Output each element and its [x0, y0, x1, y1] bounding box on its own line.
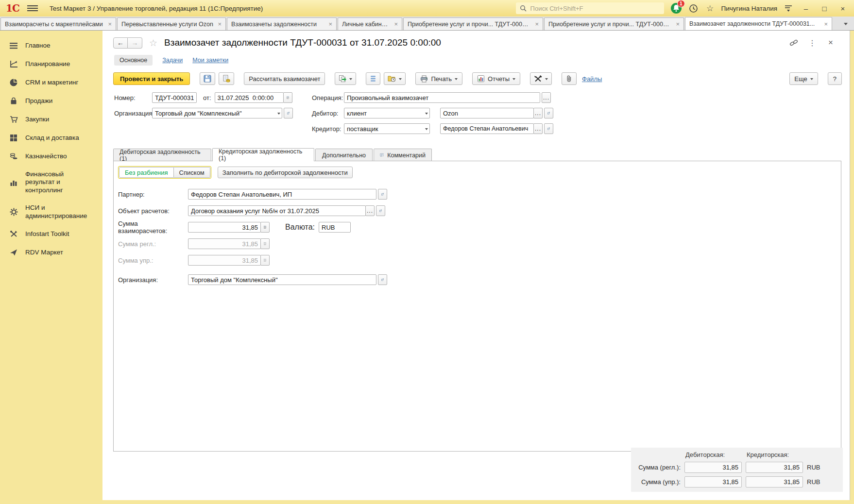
subnav-tasks[interactable]: Задачи [162, 57, 183, 64]
service-tools-button[interactable] [530, 72, 552, 85]
attachments-button[interactable] [562, 72, 577, 85]
tab-close-icon[interactable]: × [535, 20, 539, 28]
partner-field[interactable] [188, 189, 376, 200]
settlement-object-field[interactable] [188, 205, 366, 216]
window-tab-purchase-000003[interactable]: Приобретение услуг и прочи... ТДУТ-00000… [403, 17, 543, 30]
forward-button[interactable]: → [128, 37, 142, 49]
amount-field[interactable] [188, 222, 261, 233]
organization-field[interactable] [152, 108, 282, 118]
close-document-icon[interactable]: × [825, 37, 836, 48]
favorites-button[interactable]: ☆ [705, 3, 716, 14]
help-button[interactable]: ? [828, 72, 842, 85]
register-records-button[interactable] [384, 72, 406, 85]
panel-organization-field[interactable] [188, 274, 376, 285]
as-list-button[interactable]: Списком [174, 167, 210, 178]
creditor-field[interactable] [440, 123, 534, 134]
amount-reg-field[interactable] [188, 238, 261, 249]
tab-close-icon[interactable]: × [676, 20, 680, 28]
tab-additional[interactable]: Дополнительно [315, 149, 373, 161]
sidebar-item-rdv-market[interactable]: RDV Маркет [0, 243, 102, 262]
more-menu-icon[interactable]: ⋮ [807, 37, 818, 48]
subnav-main[interactable]: Основное [114, 55, 153, 66]
tab-close-icon[interactable]: × [328, 20, 332, 28]
minimize-button[interactable]: – [800, 4, 812, 13]
debtor-select-button[interactable]: ... [533, 108, 543, 118]
search-input[interactable] [529, 4, 660, 13]
maximize-button[interactable]: □ [818, 4, 831, 13]
notifications-button[interactable]: 1 [670, 2, 683, 15]
tab-payable[interactable]: Кредиторская задолженность (1) [212, 148, 314, 161]
creditor-type-field[interactable] [344, 123, 430, 134]
calendar-button[interactable] [283, 92, 292, 103]
sidebar-item-sales[interactable]: Продажи [0, 92, 102, 110]
calculate-offset-button[interactable]: Рассчитать взаимозачет [244, 72, 325, 85]
debtor-open-button[interactable] [544, 108, 553, 118]
history-button[interactable] [688, 3, 699, 14]
tab-close-icon[interactable]: × [218, 20, 222, 28]
settlement-object-open-button[interactable] [376, 205, 385, 216]
sidebar-item-treasury[interactable]: Казначейство [0, 147, 102, 166]
tab-close-icon[interactable]: × [108, 20, 112, 28]
creditor-open-button[interactable] [544, 123, 553, 134]
amount-calculator-button[interactable] [260, 222, 270, 233]
organization-open-button[interactable] [284, 108, 293, 118]
debtor-type-field[interactable] [344, 108, 430, 118]
debtor-field[interactable] [440, 108, 534, 118]
operation-field[interactable] [344, 92, 540, 103]
tab-close-icon[interactable]: × [394, 20, 398, 28]
sidebar-item-nsi-admin[interactable]: НСИ и администрирование [0, 199, 102, 225]
tab-comment[interactable]: Комментарий [374, 149, 432, 161]
sidebar-item-label: RDV Маркет [25, 249, 63, 256]
print-button[interactable]: Печать [415, 72, 462, 85]
sidebar-item-crm[interactable]: CRM и маркетинг [0, 73, 102, 92]
tab-label: Личные кабинеты [342, 21, 391, 28]
get-link-icon[interactable] [788, 37, 799, 48]
close-button[interactable]: × [837, 4, 849, 13]
operation-select-button[interactable]: ... [542, 92, 551, 103]
number-field[interactable] [152, 92, 197, 103]
reports-button[interactable]: Отчеты [472, 72, 520, 85]
panel-organization-open-button[interactable] [378, 274, 387, 285]
window-tab-purchase-000031[interactable]: Приобретение услуг и прочи... ТДУТ-00003… [544, 17, 684, 30]
post-button[interactable] [219, 72, 234, 85]
date-field[interactable] [215, 92, 284, 103]
window-tab-marketplaces[interactable]: Взаиморасчеты с маркетплейсами× [0, 17, 116, 30]
window-tab-cabinets[interactable]: Личные кабинеты× [338, 17, 402, 30]
window-tab-offsets-list[interactable]: Взаимозачеты задолженности× [227, 17, 337, 30]
create-based-on-button[interactable] [335, 72, 356, 85]
window-tab-ozon-services[interactable]: Перевыставленные услуги Ozon× [117, 17, 226, 30]
post-and-close-button[interactable]: Провести и закрыть [113, 72, 190, 85]
subnav-notes[interactable]: Мои заметки [192, 57, 228, 64]
back-button[interactable]: ← [113, 37, 128, 49]
sidebar-item-main[interactable]: Главное [0, 36, 102, 55]
files-link[interactable]: Файлы [582, 75, 602, 83]
save-button[interactable] [200, 72, 215, 85]
currency-field[interactable] [319, 222, 351, 233]
settlement-object-select-button[interactable]: ... [365, 205, 375, 216]
amount-mgmt-calculator-button[interactable] [260, 255, 270, 266]
global-search[interactable] [516, 2, 664, 14]
amount-reg-calculator-button[interactable] [260, 238, 270, 249]
tab-overflow-button[interactable] [837, 17, 854, 30]
tab-close-icon[interactable]: × [824, 20, 828, 28]
fill-from-receivable-button[interactable]: Заполнить по дебиторской задолженности [218, 167, 353, 178]
sidebar-item-planning[interactable]: Планирование [0, 55, 102, 73]
service-settings-button[interactable] [783, 3, 794, 14]
main-menu-button[interactable] [27, 4, 38, 12]
sidebar-item-label: Склад и доставка [25, 134, 79, 142]
partner-open-button[interactable] [378, 189, 387, 200]
window-tab-offset-000031[interactable]: Взаимозачет задолженности ТДУТ-000031...… [685, 17, 832, 30]
creditor-select-button[interactable]: ... [533, 123, 543, 134]
document-structure-button[interactable] [366, 72, 380, 85]
user-name[interactable]: Пичугина Наталия [721, 5, 777, 12]
tab-label: Перевыставленные услуги Ozon [121, 21, 214, 28]
sidebar-item-warehouse[interactable]: Склад и доставка [0, 129, 102, 147]
favorite-star-icon[interactable]: ☆ [149, 37, 157, 49]
sidebar-item-purchases[interactable]: Закупки [0, 110, 102, 129]
sidebar-item-finresult[interactable]: Финансовый результат и контроллинг [0, 166, 102, 199]
no-split-button[interactable]: Без разбиения [119, 167, 174, 178]
more-button[interactable]: Еще [789, 72, 818, 85]
tab-receivable[interactable]: Дебиторская задолженность (1) [113, 149, 211, 161]
sidebar-item-infostart[interactable]: Infostart Toolkit [0, 225, 102, 243]
amount-mgmt-field[interactable] [188, 255, 261, 266]
